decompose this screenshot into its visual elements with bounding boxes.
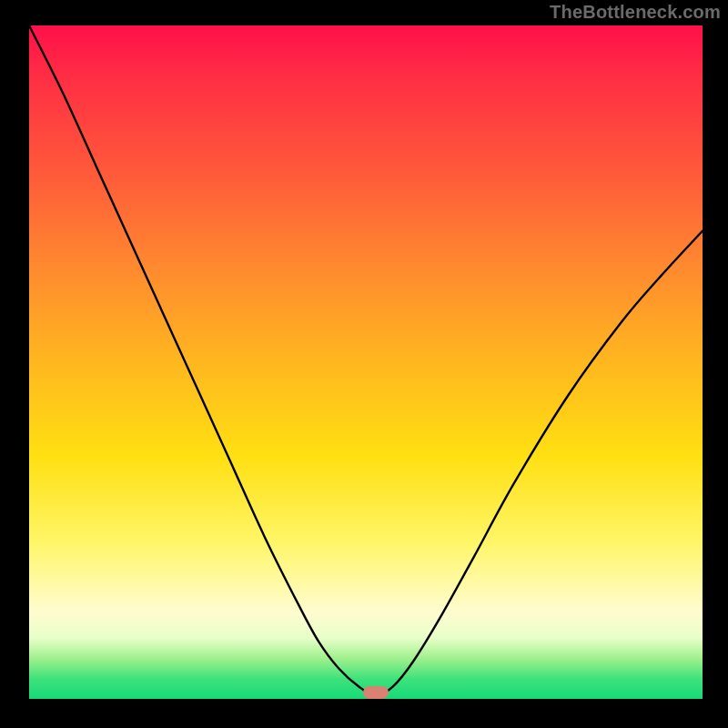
watermark-text: TheBottleneck.com <box>550 2 721 23</box>
chart-frame: TheBottleneck.com <box>0 0 728 728</box>
minimum-marker <box>363 686 389 699</box>
bottleneck-curve <box>29 25 703 695</box>
plot-area <box>29 25 703 699</box>
curve-svg <box>29 25 703 699</box>
